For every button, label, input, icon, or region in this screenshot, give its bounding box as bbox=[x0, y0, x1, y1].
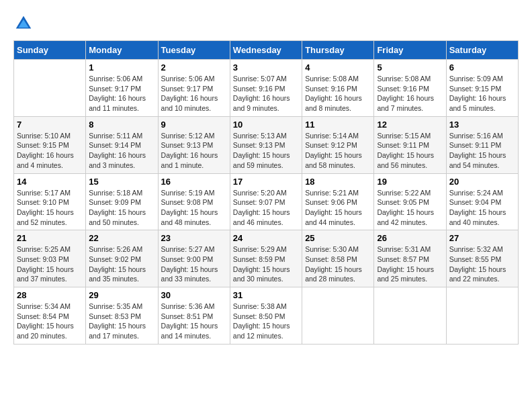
day-number: 14 bbox=[17, 177, 83, 187]
day-number: 31 bbox=[233, 290, 299, 300]
calendar-week-row: 21Sunrise: 5:25 AM Sunset: 9:03 PM Dayli… bbox=[14, 230, 519, 287]
day-info: Sunrise: 5:27 AM Sunset: 9:00 PM Dayligh… bbox=[161, 244, 227, 284]
column-header-tuesday: Tuesday bbox=[158, 41, 230, 60]
column-header-friday: Friday bbox=[374, 41, 446, 60]
calendar-cell: 14Sunrise: 5:17 AM Sunset: 9:10 PM Dayli… bbox=[14, 173, 86, 230]
day-number: 22 bbox=[89, 233, 154, 243]
calendar-week-row: 14Sunrise: 5:17 AM Sunset: 9:10 PM Dayli… bbox=[14, 173, 519, 230]
calendar-cell: 16Sunrise: 5:19 AM Sunset: 9:08 PM Dayli… bbox=[158, 173, 230, 230]
calendar-cell: 21Sunrise: 5:25 AM Sunset: 9:03 PM Dayli… bbox=[14, 230, 86, 287]
day-info: Sunrise: 5:34 AM Sunset: 8:54 PM Dayligh… bbox=[17, 302, 83, 341]
calendar-cell: 31Sunrise: 5:38 AM Sunset: 8:50 PM Dayli… bbox=[230, 287, 302, 345]
calendar-cell: 29Sunrise: 5:35 AM Sunset: 8:53 PM Dayli… bbox=[86, 287, 158, 345]
day-info: Sunrise: 5:31 AM Sunset: 8:57 PM Dayligh… bbox=[377, 244, 443, 284]
calendar-cell: 4Sunrise: 5:08 AM Sunset: 9:16 PM Daylig… bbox=[302, 60, 374, 117]
calendar-cell: 19Sunrise: 5:22 AM Sunset: 9:05 PM Dayli… bbox=[374, 173, 446, 230]
calendar-table: SundayMondayTuesdayWednesdayThursdayFrid… bbox=[13, 40, 519, 345]
day-info: Sunrise: 5:30 AM Sunset: 8:58 PM Dayligh… bbox=[305, 244, 371, 284]
calendar-cell: 28Sunrise: 5:34 AM Sunset: 8:54 PM Dayli… bbox=[14, 287, 86, 345]
calendar-cell: 25Sunrise: 5:30 AM Sunset: 8:58 PM Dayli… bbox=[302, 230, 374, 287]
calendar-cell: 18Sunrise: 5:21 AM Sunset: 9:06 PM Dayli… bbox=[302, 173, 374, 230]
day-info: Sunrise: 5:08 AM Sunset: 9:16 PM Dayligh… bbox=[377, 74, 443, 113]
calendar-week-row: 1Sunrise: 5:06 AM Sunset: 9:17 PM Daylig… bbox=[14, 60, 519, 117]
day-number: 15 bbox=[89, 177, 154, 187]
day-info: Sunrise: 5:36 AM Sunset: 8:51 PM Dayligh… bbox=[161, 302, 227, 341]
calendar-cell: 30Sunrise: 5:36 AM Sunset: 8:51 PM Dayli… bbox=[158, 287, 230, 345]
column-header-wednesday: Wednesday bbox=[230, 41, 302, 60]
day-info: Sunrise: 5:09 AM Sunset: 9:15 PM Dayligh… bbox=[449, 74, 515, 113]
day-info: Sunrise: 5:12 AM Sunset: 9:13 PM Dayligh… bbox=[161, 131, 227, 171]
day-info: Sunrise: 5:14 AM Sunset: 9:12 PM Dayligh… bbox=[305, 131, 371, 171]
day-number: 29 bbox=[89, 290, 154, 300]
calendar-cell: 11Sunrise: 5:14 AM Sunset: 9:12 PM Dayli… bbox=[302, 116, 374, 173]
day-info: Sunrise: 5:35 AM Sunset: 8:53 PM Dayligh… bbox=[89, 302, 154, 341]
day-number: 9 bbox=[161, 120, 227, 130]
day-number: 25 bbox=[305, 233, 371, 243]
day-number: 13 bbox=[449, 120, 515, 130]
calendar-cell: 23Sunrise: 5:27 AM Sunset: 9:00 PM Dayli… bbox=[158, 230, 230, 287]
day-info: Sunrise: 5:08 AM Sunset: 9:16 PM Dayligh… bbox=[305, 74, 371, 113]
day-number: 2 bbox=[161, 62, 227, 73]
calendar-cell: 24Sunrise: 5:29 AM Sunset: 8:59 PM Dayli… bbox=[230, 230, 302, 287]
day-info: Sunrise: 5:26 AM Sunset: 9:02 PM Dayligh… bbox=[89, 244, 154, 284]
day-number: 23 bbox=[161, 233, 227, 243]
calendar-cell: 8Sunrise: 5:11 AM Sunset: 9:14 PM Daylig… bbox=[86, 116, 158, 173]
calendar-week-row: 28Sunrise: 5:34 AM Sunset: 8:54 PM Dayli… bbox=[14, 287, 519, 345]
calendar-cell bbox=[14, 60, 86, 117]
day-info: Sunrise: 5:13 AM Sunset: 9:13 PM Dayligh… bbox=[233, 131, 299, 171]
calendar-cell bbox=[302, 287, 374, 345]
day-info: Sunrise: 5:22 AM Sunset: 9:05 PM Dayligh… bbox=[377, 188, 443, 228]
calendar-cell: 7Sunrise: 5:10 AM Sunset: 9:15 PM Daylig… bbox=[14, 116, 86, 173]
day-info: Sunrise: 5:24 AM Sunset: 9:04 PM Dayligh… bbox=[449, 188, 515, 228]
day-info: Sunrise: 5:06 AM Sunset: 9:17 PM Dayligh… bbox=[89, 74, 154, 113]
calendar-cell: 3Sunrise: 5:07 AM Sunset: 9:16 PM Daylig… bbox=[230, 60, 302, 117]
day-info: Sunrise: 5:29 AM Sunset: 8:59 PM Dayligh… bbox=[233, 244, 299, 284]
day-info: Sunrise: 5:11 AM Sunset: 9:14 PM Dayligh… bbox=[89, 131, 154, 171]
logo bbox=[13, 13, 36, 34]
day-number: 26 bbox=[377, 233, 443, 243]
day-number: 11 bbox=[305, 120, 371, 130]
day-number: 7 bbox=[17, 120, 83, 130]
day-info: Sunrise: 5:38 AM Sunset: 8:50 PM Dayligh… bbox=[233, 302, 299, 341]
column-header-saturday: Saturday bbox=[446, 41, 518, 60]
day-number: 3 bbox=[233, 62, 299, 73]
calendar-cell: 13Sunrise: 5:16 AM Sunset: 9:11 PM Dayli… bbox=[446, 116, 518, 173]
calendar-cell: 5Sunrise: 5:08 AM Sunset: 9:16 PM Daylig… bbox=[374, 60, 446, 117]
day-number: 30 bbox=[161, 290, 227, 300]
day-info: Sunrise: 5:20 AM Sunset: 9:07 PM Dayligh… bbox=[233, 188, 299, 228]
day-info: Sunrise: 5:10 AM Sunset: 9:15 PM Dayligh… bbox=[17, 131, 83, 171]
day-number: 28 bbox=[17, 290, 83, 300]
day-number: 12 bbox=[377, 120, 443, 130]
calendar-header-row: SundayMondayTuesdayWednesdayThursdayFrid… bbox=[14, 41, 519, 60]
calendar-cell: 20Sunrise: 5:24 AM Sunset: 9:04 PM Dayli… bbox=[446, 173, 518, 230]
calendar-week-row: 7Sunrise: 5:10 AM Sunset: 9:15 PM Daylig… bbox=[14, 116, 519, 173]
calendar-cell: 2Sunrise: 5:06 AM Sunset: 9:17 PM Daylig… bbox=[158, 60, 230, 117]
day-number: 1 bbox=[89, 62, 154, 73]
day-number: 4 bbox=[305, 62, 371, 73]
day-info: Sunrise: 5:19 AM Sunset: 9:08 PM Dayligh… bbox=[161, 188, 227, 228]
day-number: 18 bbox=[305, 177, 371, 187]
day-info: Sunrise: 5:32 AM Sunset: 8:55 PM Dayligh… bbox=[449, 244, 515, 284]
day-number: 27 bbox=[449, 233, 515, 243]
day-number: 24 bbox=[233, 233, 299, 243]
page-header bbox=[13, 13, 519, 34]
day-info: Sunrise: 5:06 AM Sunset: 9:17 PM Dayligh… bbox=[161, 74, 227, 113]
day-info: Sunrise: 5:21 AM Sunset: 9:06 PM Dayligh… bbox=[305, 188, 371, 228]
calendar-cell: 1Sunrise: 5:06 AM Sunset: 9:17 PM Daylig… bbox=[86, 60, 158, 117]
calendar-cell: 22Sunrise: 5:26 AM Sunset: 9:02 PM Dayli… bbox=[86, 230, 158, 287]
day-number: 20 bbox=[449, 177, 515, 187]
calendar-cell: 26Sunrise: 5:31 AM Sunset: 8:57 PM Dayli… bbox=[374, 230, 446, 287]
day-number: 17 bbox=[233, 177, 299, 187]
calendar-cell: 17Sunrise: 5:20 AM Sunset: 9:07 PM Dayli… bbox=[230, 173, 302, 230]
calendar-cell: 9Sunrise: 5:12 AM Sunset: 9:13 PM Daylig… bbox=[158, 116, 230, 173]
day-number: 19 bbox=[377, 177, 443, 187]
day-number: 6 bbox=[449, 62, 515, 73]
day-number: 16 bbox=[161, 177, 227, 187]
day-number: 21 bbox=[17, 233, 83, 243]
day-number: 8 bbox=[89, 120, 154, 130]
day-info: Sunrise: 5:16 AM Sunset: 9:11 PM Dayligh… bbox=[449, 131, 515, 171]
day-number: 5 bbox=[377, 62, 443, 73]
column-header-monday: Monday bbox=[86, 41, 158, 60]
calendar-cell: 15Sunrise: 5:18 AM Sunset: 9:09 PM Dayli… bbox=[86, 173, 158, 230]
logo-icon bbox=[13, 13, 34, 34]
